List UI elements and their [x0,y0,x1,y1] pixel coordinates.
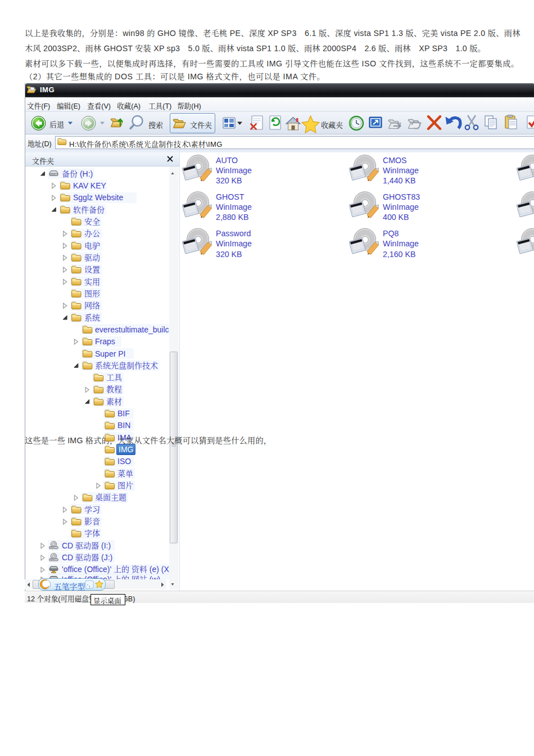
svg-text:·,: ·, [87,581,90,588]
